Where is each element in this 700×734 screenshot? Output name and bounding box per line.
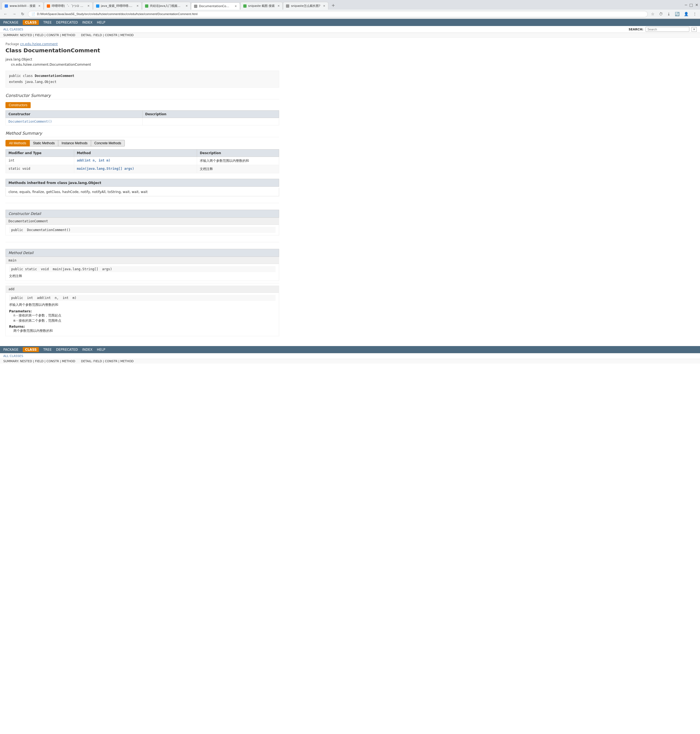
- bottom-detail-links: DETAIL: FIELD | CONSTR | METHOD: [81, 360, 134, 363]
- filter-concrete-methods[interactable]: Concrete Methods: [91, 140, 125, 146]
- method-detail-item-main: main public static void main(java.lang.S…: [6, 257, 279, 281]
- constructor-col-header: Constructor: [6, 111, 143, 118]
- new-tab-button[interactable]: +: [329, 1, 338, 10]
- divider-2: [6, 242, 279, 242]
- method-row-1: int add(int n, int m) 求输入两个参数范围以内整数的和: [6, 156, 279, 165]
- tab-close-7[interactable]: ✕: [323, 4, 325, 7]
- search-input[interactable]: [646, 27, 689, 32]
- forward-button[interactable]: →: [11, 11, 18, 17]
- address-bar[interactable]: 📄: [28, 11, 648, 17]
- inherited-methods-list: clone, equals, finalize, getClass, hashC…: [6, 188, 279, 196]
- search-clear-button[interactable]: ✕: [691, 27, 697, 32]
- user-button[interactable]: 👤: [683, 11, 690, 17]
- class-title: Class DocumentationComment: [6, 47, 279, 54]
- menu-button[interactable]: ⋮: [692, 11, 698, 17]
- tab-7[interactable]: snipaste怎么截长图? ✕: [283, 2, 328, 10]
- bottom-nav-deprecated[interactable]: DEPRECATED: [56, 348, 78, 352]
- nav-index[interactable]: INDEX: [82, 21, 93, 24]
- tab-1[interactable]: www.bilibili - 搜索 ✕: [1, 2, 44, 10]
- lock-icon: 📄: [31, 12, 35, 16]
- tab-favicon-5: [194, 4, 197, 8]
- tab-favicon-1: [4, 4, 8, 8]
- filter-all-methods[interactable]: All Methods: [6, 140, 30, 146]
- nav-class[interactable]: CLASS: [23, 20, 39, 25]
- bottom-nav-class[interactable]: CLASS: [23, 347, 39, 352]
- tab-title-7: snipaste怎么截长图?: [291, 4, 320, 8]
- bottom-summary-links: SUMMARY: NESTED | FIELD | CONSTR | METHO…: [3, 360, 75, 363]
- nav-package[interactable]: PACKAGE: [3, 21, 18, 24]
- refresh-button[interactable]: 🔄: [674, 11, 681, 17]
- method-signature-add: public int add(int n, int m): [9, 295, 276, 301]
- description-col-header: Description: [142, 111, 279, 118]
- method-detail-body-main: public static void main(java.lang.String…: [6, 264, 279, 281]
- download-button[interactable]: ⤓: [666, 11, 672, 17]
- nav-help[interactable]: HELP: [97, 21, 105, 24]
- bottom-nav-index[interactable]: INDEX: [82, 348, 93, 352]
- constructor-detail-item-1: DocumentationComment public Documentatio…: [6, 218, 279, 236]
- tab-2[interactable]: 哔哩哔哩(゜-゜)つロ 干杯 ✕: [44, 2, 93, 10]
- method-modifier-1: int: [6, 156, 74, 165]
- tab-close-2[interactable]: ✕: [87, 4, 90, 7]
- constructor-summary-section: Constructor Summary Constructors Constru…: [6, 93, 279, 125]
- tab-close-6[interactable]: ✕: [278, 4, 280, 7]
- method-filter-tabs: All Methods Static Methods Instance Meth…: [6, 140, 279, 146]
- back-button[interactable]: ←: [2, 11, 9, 17]
- history-button[interactable]: ⏱: [658, 11, 664, 17]
- main-content: Package cn.edu.hziee.comment Class Docum…: [0, 38, 285, 340]
- divider-1: [6, 203, 279, 203]
- package-link[interactable]: cn.edu.hziee.comment: [20, 42, 58, 46]
- constructor-detail-header: Constructor Detail: [6, 210, 279, 218]
- all-classes-label: ALL CLASSES: [3, 28, 23, 31]
- window-controls: ─ □ ✕: [685, 3, 699, 8]
- tab-5[interactable]: DocumentationComment ✕: [191, 3, 240, 10]
- tab-close-1[interactable]: ✕: [38, 4, 41, 7]
- all-classes-link[interactable]: ALL CLASSES: [3, 28, 23, 31]
- constructor-table: Constructor Description DocumentationCom…: [6, 111, 279, 125]
- javadoc-container: PACKAGE CLASS TREE DEPRECATED INDEX HELP…: [0, 19, 700, 364]
- nav-tree[interactable]: TREE: [43, 21, 52, 24]
- search-label: SEARCH:: [629, 28, 643, 31]
- constructor-link-1[interactable]: DocumentationComment(): [9, 119, 52, 124]
- reload-button[interactable]: ↻: [20, 11, 26, 17]
- tab-favicon-6: [243, 4, 247, 8]
- tab-close-4[interactable]: ✕: [185, 4, 188, 7]
- bottom-summary-bar: SUMMARY: NESTED | FIELD | CONSTR | METHO…: [0, 359, 700, 364]
- tab-4[interactable]: 尚硅谷Java入门视频教程 ✕: [142, 2, 191, 10]
- tab-title-1: www.bilibili - 搜索: [10, 4, 35, 8]
- method-params-add: Parameters: n - 接收的第一个参数，范围起点 m - 接收的第二个…: [9, 310, 276, 333]
- returns-value: 两个参数范围以内整数的和: [13, 329, 276, 333]
- tab-bar: www.bilibili - 搜索 ✕ 哔哩哔哩(゜-゜)つロ 干杯 ✕ jav…: [1, 1, 685, 10]
- bottom-nav-help[interactable]: HELP: [97, 348, 105, 352]
- method-summary-section: Method Summary All Methods Static Method…: [6, 131, 279, 196]
- summary-links: SUMMARY: NESTED | FIELD | CONSTR | METHO…: [3, 33, 75, 37]
- bookmark-button[interactable]: ☆: [650, 11, 656, 17]
- address-input[interactable]: [37, 12, 644, 16]
- constructor-row-1: DocumentationComment(): [6, 118, 279, 125]
- bottom-all-classes: ALL CLASSES: [0, 353, 700, 359]
- filter-instance-methods[interactable]: Instance Methods: [58, 140, 91, 146]
- close-button[interactable]: ✕: [695, 3, 699, 7]
- bottom-nav-package[interactable]: PACKAGE: [3, 348, 18, 352]
- package-name: Package cn.edu.hziee.comment: [6, 42, 279, 46]
- nav-deprecated[interactable]: DEPRECATED: [56, 21, 78, 24]
- method-desc-2: 文档注释: [197, 165, 279, 173]
- filter-static-methods[interactable]: Static Methods: [30, 140, 58, 146]
- bottom-nav-tree[interactable]: TREE: [43, 348, 52, 352]
- tab-favicon-7: [286, 4, 289, 8]
- tab-close-3[interactable]: ✕: [137, 4, 139, 7]
- constructor-detail-section: Constructor Detail DocumentationComment …: [6, 210, 279, 236]
- tab-6[interactable]: snipaste 截图·搜索 ✕: [240, 2, 283, 10]
- constructors-filter-button[interactable]: Constructors: [6, 102, 31, 108]
- bottom-all-classes-link[interactable]: ALL CLASSES: [3, 354, 23, 358]
- method-link-1[interactable]: add(int n, int m): [77, 159, 110, 162]
- tab-favicon-3: [96, 4, 99, 8]
- method-detail-item-add: add public int add(int n, int m) 求输入两个参数…: [6, 286, 279, 336]
- modifier-col-header: Modifier and Type: [6, 149, 74, 156]
- method-table: Modifier and Type Method Description int…: [6, 149, 279, 173]
- method-link-2[interactable]: main(java.lang.String[] args): [77, 167, 134, 171]
- minimize-button[interactable]: ─: [685, 3, 687, 7]
- tab-close-5[interactable]: ✕: [235, 4, 237, 8]
- constructor-desc-1: [142, 118, 279, 125]
- maximize-button[interactable]: □: [689, 3, 693, 7]
- tab-3[interactable]: java_搜索_哔哩哔哩-bilibili ✕: [93, 2, 142, 10]
